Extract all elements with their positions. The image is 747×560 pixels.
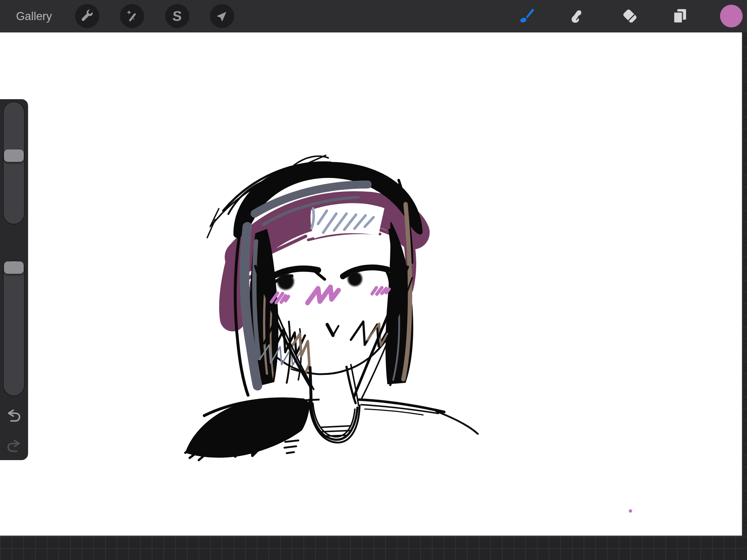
wrench-icon: [80, 9, 94, 23]
paint-tool-button[interactable]: [514, 4, 538, 28]
selection-button[interactable]: S: [165, 4, 189, 28]
hair-left: [235, 226, 314, 395]
headband-highlight-gap: [310, 203, 384, 238]
redo-icon: [5, 439, 22, 455]
sidebar: [0, 99, 28, 460]
smudge-finger-icon: [568, 6, 588, 26]
layers-icon: [670, 6, 690, 26]
layers-button[interactable]: [668, 4, 692, 28]
shoulders: [185, 398, 478, 460]
undo-icon: [5, 408, 22, 425]
stray-paint-dot: [629, 509, 632, 513]
selection-s-icon: S: [172, 9, 182, 23]
hair-gray-streak: [255, 184, 368, 225]
smudge-tool-button[interactable]: [566, 4, 590, 28]
brush-size-handle[interactable]: [4, 149, 24, 162]
opacity-handle[interactable]: [4, 261, 24, 274]
eyebrows-eyes: [263, 267, 391, 290]
face-outline: [244, 237, 409, 374]
blush-marks: [271, 287, 389, 303]
redo-button[interactable]: [5, 439, 23, 456]
portrait-sketch: [0, 0, 747, 560]
procreate-window: Gallery S: [0, 0, 747, 560]
color-swatch: [720, 5, 743, 27]
paintbrush-icon: [516, 6, 536, 26]
drawing-canvas[interactable]: [0, 32, 743, 536]
gallery-button[interactable]: Gallery: [16, 0, 52, 32]
headband-hatching: [311, 209, 374, 233]
mouth: [327, 324, 338, 335]
actions-button[interactable]: [75, 4, 99, 28]
transform-button[interactable]: [210, 4, 234, 28]
eraser-icon: [620, 6, 640, 26]
brush-size-slider[interactable]: [3, 101, 25, 225]
opacity-slider[interactable]: [3, 260, 25, 396]
erase-tool-button[interactable]: [618, 4, 642, 28]
headband: [232, 205, 413, 319]
hair-top: [207, 155, 422, 262]
transform-arrow-icon: [215, 9, 229, 23]
magic-wand-icon: [125, 9, 139, 23]
color-button[interactable]: [719, 4, 743, 28]
adjustments-button[interactable]: [120, 4, 144, 28]
hair-right: [351, 204, 413, 398]
neck-collar: [285, 365, 360, 453]
top-toolbar: Gallery S: [0, 0, 747, 32]
undo-button[interactable]: [5, 408, 23, 426]
